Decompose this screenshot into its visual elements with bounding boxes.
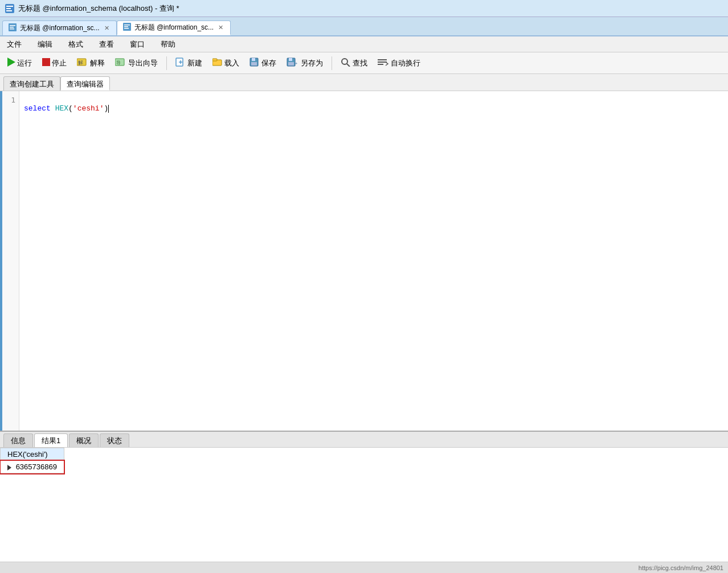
menu-help[interactable]: 帮助: [158, 38, 178, 51]
line-numbers: 1: [2, 91, 19, 431]
result-table-area: HEX('ceshi') 6365736869: [0, 448, 728, 562]
table-row[interactable]: 6365736869: [1, 461, 64, 473]
new-icon: [175, 58, 186, 68]
svg-rect-11: [124, 28, 129, 29]
result-tabs: 信息 结果1 概况 状态: [0, 432, 728, 448]
menu-format[interactable]: 格式: [66, 38, 85, 51]
tab-icon-1: [9, 23, 17, 33]
rtab-overview-label: 概况: [76, 436, 91, 445]
result-area: 信息 结果1 概况 状态 HEX('ceshi'): [0, 431, 728, 562]
svg-rect-31: [378, 62, 387, 63]
new-button[interactable]: 新建: [171, 55, 206, 71]
svg-rect-20: [212, 59, 217, 61]
rtab-overview[interactable]: 概况: [69, 433, 99, 447]
tab-2[interactable]: 无标题 @information_sc... ✕: [117, 21, 231, 35]
rtab-result1-label: 结果1: [42, 436, 60, 445]
tab-close-2[interactable]: ✕: [217, 24, 224, 31]
menu-window[interactable]: 窗口: [128, 38, 147, 51]
tab-icon-2: [123, 23, 131, 32]
svg-rect-9: [124, 24, 130, 26]
stop-button[interactable]: 停止: [38, 56, 71, 71]
rtab-info[interactable]: 信息: [3, 433, 33, 447]
sql-select-keyword: select: [24, 104, 51, 113]
wrap-button[interactable]: 自动换行: [374, 55, 424, 71]
stop-icon: [42, 58, 50, 68]
find-label: 查找: [353, 58, 367, 68]
svg-rect-6: [10, 27, 14, 28]
svg-rect-10: [124, 26, 128, 27]
toolbar-sep-2: [332, 56, 332, 70]
explain-label: 解释: [90, 58, 105, 68]
main-window: 无标题 @information_schema (localhost) - 查询…: [0, 0, 728, 573]
result-table: HEX('ceshi') 6365736869: [0, 448, 64, 473]
window-title: 无标题 @information_schema (localhost) - 查询…: [18, 3, 179, 14]
svg-text:+: +: [295, 62, 297, 66]
menu-file[interactable]: 文件: [5, 38, 24, 51]
editor-area[interactable]: 1 select HEX('ceshi'): [0, 91, 728, 431]
save-button[interactable]: 保存: [246, 55, 280, 71]
svg-text:导: 导: [116, 60, 121, 66]
svg-rect-30: [378, 59, 387, 60]
svg-rect-26: [288, 62, 294, 66]
tab-bar: 无标题 @information_sc... ✕ 无标题 @informatio…: [0, 17, 728, 36]
result-cell: 6365736869: [1, 461, 64, 473]
run-icon: [7, 58, 15, 68]
save-label: 保存: [261, 58, 276, 68]
sql-string-value: 'ceshi': [73, 104, 104, 113]
qtab-editor-label: 查询编辑器: [67, 80, 104, 88]
new-label: 新建: [187, 58, 202, 68]
load-button[interactable]: 载入: [208, 55, 243, 71]
run-label: 运行: [17, 58, 32, 68]
qtab-builder[interactable]: 查询创建工具: [3, 76, 60, 91]
text-cursor: [108, 105, 109, 113]
menu-edit[interactable]: 编辑: [35, 38, 55, 51]
stop-label: 停止: [52, 58, 67, 68]
find-button[interactable]: 查找: [337, 55, 371, 71]
query-tabs: 查询创建工具 查询编辑器: [0, 74, 728, 91]
svg-rect-5: [10, 25, 15, 26]
toolbar-sep-1: [166, 56, 167, 70]
explain-button[interactable]: 解 解释: [73, 55, 109, 71]
row-marker-icon: [7, 465, 11, 470]
result-value: 6365736869: [16, 463, 57, 471]
svg-point-28: [342, 59, 347, 64]
menu-view[interactable]: 查看: [97, 38, 116, 51]
svg-rect-25: [289, 58, 292, 61]
qtab-builder-label: 查询创建工具: [10, 80, 54, 88]
saveas-button[interactable]: + 另存为: [283, 55, 327, 71]
export-button[interactable]: 导 导出向导: [111, 55, 162, 71]
svg-rect-7: [10, 28, 14, 30]
result-column-header: HEX('ceshi'): [1, 448, 64, 461]
run-button[interactable]: 运行: [3, 55, 36, 71]
saveas-label: 另存为: [301, 58, 323, 68]
tab-close-1[interactable]: ✕: [103, 24, 111, 32]
svg-rect-1: [6, 6, 13, 7]
status-url: https://picg.csdn/m/img_24801: [639, 564, 723, 571]
editor-content[interactable]: select HEX('ceshi'): [19, 91, 728, 431]
tab-label-2: 无标题 @information_sc...: [134, 23, 214, 32]
svg-line-29: [347, 64, 350, 67]
svg-rect-32: [378, 64, 383, 65]
export-label: 导出向导: [128, 58, 158, 68]
svg-rect-3: [6, 10, 12, 11]
rtab-status[interactable]: 状态: [100, 433, 129, 447]
qtab-editor[interactable]: 查询编辑器: [60, 76, 110, 91]
line-num-1: 1: [6, 96, 15, 104]
tab-label-1: 无标题 @information_sc...: [20, 23, 100, 33]
editor-result-split: 查询创建工具 查询编辑器 1 select HEX('ceshi') 信息 结果…: [0, 74, 728, 562]
menu-bar: 文件 编辑 格式 查看 窗口 帮助: [0, 36, 728, 52]
explain-icon: 解: [77, 58, 88, 68]
load-label: 载入: [224, 58, 239, 68]
export-icon: 导: [115, 58, 126, 68]
save-icon: [250, 58, 260, 68]
status-bar: https://picg.csdn/m/img_24801: [0, 562, 728, 573]
tab-1[interactable]: 无标题 @information_sc... ✕: [2, 21, 117, 35]
svg-rect-22: [252, 58, 255, 61]
wrap-icon: [378, 58, 389, 68]
title-bar: 无标题 @information_schema (localhost) - 查询…: [0, 0, 728, 17]
sql-hex-function: HEX: [55, 104, 68, 113]
load-icon: [212, 58, 223, 68]
rtab-status-label: 状态: [107, 436, 122, 445]
svg-text:解: 解: [78, 60, 83, 66]
rtab-result1[interactable]: 结果1: [34, 433, 68, 447]
